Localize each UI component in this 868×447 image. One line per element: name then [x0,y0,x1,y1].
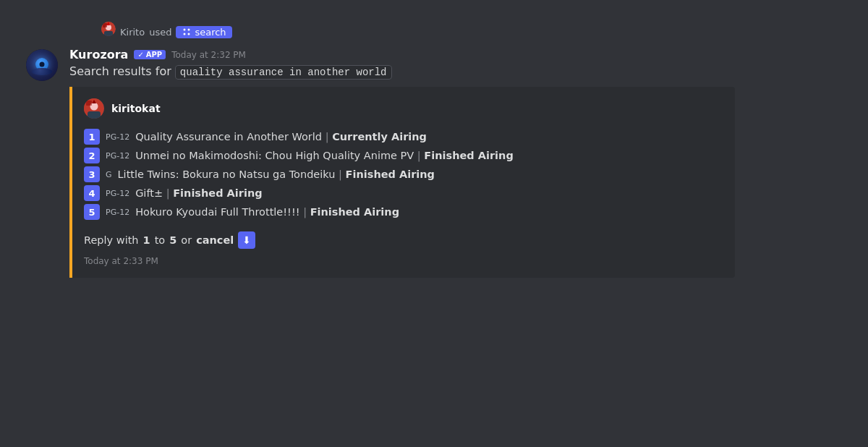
kirito-avatar-icon [101,22,116,36]
result-status-1: Currently Airing [332,131,427,142]
command-label: search [195,27,226,38]
separator-5: | [303,206,307,218]
result-number-5: 5 [84,204,100,220]
bot-avatar-inner [26,49,58,81]
result-title-4: Gift± | Finished Airing [135,187,262,199]
result-item: 3 G Little Twins: Bokura no Natsu ga Ton… [84,166,723,182]
reply-cancel[interactable]: cancel [196,234,234,246]
separator-4: | [166,187,170,199]
reply-or: or [181,234,192,246]
result-item: 2 PG-12 Unmei no Makimodoshi: Chou High … [84,148,723,163]
result-title-1: Quality Assurance in Another World | Cur… [135,131,427,142]
rating-1: PG-12 [106,132,129,142]
message-container: Kirito used search [14,14,854,285]
message-row: Kurozora ✓ APP Today at 2:32 PM Search r… [26,48,842,278]
message-content: Kurozora ✓ APP Today at 2:32 PM Search r… [69,48,842,278]
slash-icon [182,27,192,37]
result-item: 4 PG-12 Gift± | Finished Airing [84,185,723,201]
hint-user: Kirito [120,27,145,38]
svg-point-5 [184,29,186,31]
result-title-5: Hokuro Kyoudai Full Throttle!!!! | Finis… [135,206,399,218]
embed-author-avatar-icon [84,98,104,119]
search-query: quality assurance in another world [175,65,392,80]
down-arrow-icon: ⬇ [238,231,255,249]
result-status-2: Finished Airing [424,150,513,161]
command-icon [182,27,192,37]
result-status-4: Finished Airing [173,187,262,199]
bot-avatar-bottom [32,68,52,75]
result-item: 5 PG-12 Hokuro Kyoudai Full Throttle!!!!… [84,204,723,220]
result-title-3: Little Twins: Bokura no Natsu ga Tondeik… [118,169,435,180]
kirito-hint-avatar [101,22,116,36]
separator-2: | [417,150,421,161]
message-timestamp: Today at 2:32 PM [171,50,246,60]
reply-to: to [155,234,166,246]
result-status-5: Finished Airing [310,206,399,218]
svg-point-6 [188,29,190,31]
rating-2: PG-12 [106,151,129,161]
result-number-1: 1 [84,129,100,145]
reply-prefix: Reply with [84,234,139,246]
result-number-2: 2 [84,148,100,163]
separator-3: | [339,169,342,180]
result-status-3: Finished Airing [346,169,435,180]
bot-avatar [26,49,58,81]
reply-start: 1 [143,234,150,246]
search-command-badge[interactable]: search [176,26,231,38]
message-header: Kurozora ✓ APP Today at 2:32 PM [69,48,842,61]
reply-row: Reply with 1 to 5 or cancel ⬇ [84,231,723,249]
search-prefix: Search results for [69,64,171,78]
results-list: 1 PG-12 Quality Assurance in Another Wor… [84,129,723,220]
rating-5: PG-12 [106,208,129,217]
app-label: APP [146,51,162,59]
search-results-header: Search results for quality assurance in … [69,64,842,78]
rating-4: PG-12 [106,189,129,198]
rating-3: G [106,170,112,179]
embed-container: kiritokat 1 PG-12 Quality Assurance in A… [69,87,735,278]
svg-point-8 [188,33,190,35]
svg-point-7 [184,33,186,35]
result-number-3: 3 [84,166,100,182]
result-item: 1 PG-12 Quality Assurance in Another Wor… [84,129,723,145]
embed-author: kiritokat [84,98,723,119]
svg-rect-13 [86,101,92,106]
embed-author-avatar [84,98,104,119]
hint-action: used [149,27,171,38]
embed-author-name: kiritokat [111,103,161,114]
svg-rect-11 [88,111,101,119]
checkmark-icon: ✓ [137,51,143,59]
slash-command-hint: Kirito used search [64,22,842,42]
result-number-4: 4 [84,185,100,201]
result-title-2: Unmei no Makimodoshi: Chou High Quality … [135,150,514,161]
app-badge: ✓ APP [134,50,166,59]
separator-1: | [326,131,329,142]
bot-name: Kurozora [69,48,128,61]
svg-rect-2 [104,31,113,36]
reply-end: 5 [169,234,176,246]
embed-timestamp: Today at 2:33 PM [84,256,723,266]
